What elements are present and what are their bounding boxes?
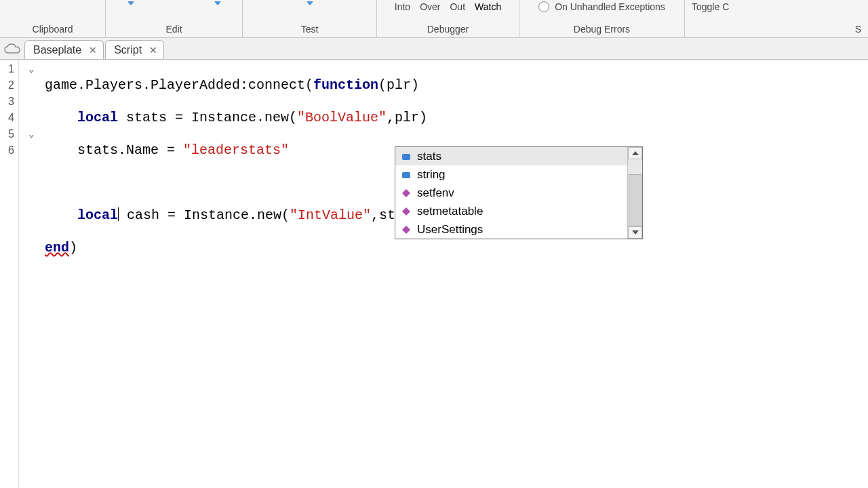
line-number: 6 [0, 142, 14, 159]
line-number: 5 [0, 126, 14, 142]
fold-gutter: ⌄ ⌄ [19, 60, 45, 488]
code-editor[interactable]: 1 2 3 4 5 6 ⌄ ⌄ game.Players.PlayerAdded… [0, 60, 868, 488]
code-string: "IntValue" [290, 207, 371, 223]
code-keyword: function [313, 77, 378, 93]
ribbon-group-edit: Edit [106, 0, 243, 37]
scroll-down-button[interactable] [628, 226, 642, 239]
svg-marker-2 [402, 189, 410, 197]
ribbon-group-clipboard: Clipboard [0, 0, 106, 37]
autocomplete-list: stats string setfenv setmetatable UserSe… [395, 147, 627, 239]
line-number: 3 [0, 94, 14, 110]
code-keyword: local [77, 207, 118, 223]
line-number: 2 [0, 77, 14, 94]
svg-rect-0 [402, 154, 410, 160]
scroll-up-button[interactable] [628, 147, 642, 159]
fold-toggle-icon[interactable]: ⌄ [28, 126, 34, 142]
tab-label: Script [114, 44, 142, 56]
edit-dropdown-icon-2[interactable] [214, 1, 221, 5]
tab-script[interactable]: Script ✕ [105, 40, 164, 59]
function-icon [401, 224, 412, 235]
close-icon[interactable]: ✕ [88, 45, 98, 56]
ribbon-label-edit: Edit [165, 24, 182, 35]
ribbon-label-debugerrors: Debug Errors [574, 24, 630, 35]
debugger-item-over[interactable]: Over [420, 1, 440, 12]
code-text: ,st [371, 207, 395, 223]
svg-marker-3 [402, 207, 410, 216]
ribbon-group-test: Test [243, 0, 377, 37]
ribbon-group-last: Toggle C S [685, 0, 868, 37]
chevron-down-icon [632, 230, 639, 235]
scroll-track[interactable] [628, 159, 642, 226]
debugger-item-watch[interactable]: Watch [475, 1, 501, 12]
variable-icon [401, 151, 412, 162]
code-text: game.Players.PlayerAdded:connect( [45, 77, 313, 93]
autocomplete-label: setmetatable [417, 205, 483, 218]
code-keyword: local [77, 110, 118, 125]
ribbon-label-clipboard: Clipboard [33, 24, 73, 35]
code-keyword: end [45, 240, 69, 256]
autocomplete-item[interactable]: stats [395, 147, 627, 165]
function-icon [401, 188, 412, 199]
autocomplete-popup: stats string setfenv setmetatable UserSe… [395, 146, 643, 239]
ribbon-label-debugger: Debugger [427, 24, 469, 35]
scroll-thumb[interactable] [629, 174, 642, 226]
code-text: stats.Name = [45, 142, 183, 158]
tab-baseplate[interactable]: Baseplate ✕ [24, 40, 104, 59]
ribbon-label-test: Test [301, 24, 319, 35]
code-text: ) [69, 240, 77, 256]
autocomplete-item[interactable]: UserSettings [395, 220, 627, 239]
code-text: ,plr) [387, 110, 427, 125]
cloud-icon [3, 41, 22, 57]
code-string: "leaderstats" [183, 142, 289, 158]
autocomplete-scrollbar[interactable] [627, 147, 642, 239]
svg-rect-1 [402, 172, 410, 178]
line-number: 4 [0, 110, 14, 126]
autocomplete-item[interactable]: setmetatable [395, 202, 627, 220]
edit-dropdown-icon[interactable] [127, 1, 134, 5]
line-number-gutter: 1 2 3 4 5 6 [0, 60, 19, 488]
fold-toggle-icon[interactable]: ⌄ [28, 61, 34, 77]
autocomplete-label: string [417, 168, 446, 182]
text-cursor [118, 207, 119, 221]
ribbon-group-debugerrors: On Unhandled Exceptions Debug Errors [519, 0, 685, 37]
debugger-item-into[interactable]: Into [395, 1, 410, 12]
autocomplete-item[interactable]: string [395, 165, 627, 184]
tab-bar: Baseplate ✕ Script ✕ [0, 38, 868, 60]
ribbon-group-debugger: Into Over Out Watch Debugger [377, 0, 519, 37]
debugger-item-out[interactable]: Out [450, 1, 465, 12]
ribbon-label-last: S [855, 24, 863, 35]
code-text: stats = Instance.new( [118, 110, 297, 125]
autocomplete-label: UserSettings [417, 223, 483, 237]
debugerrors-option[interactable]: On Unhandled Exceptions [555, 1, 665, 12]
ribbon-toolbar: Clipboard Edit Test Into Over Out Watch … [0, 0, 868, 38]
autocomplete-label: stats [417, 150, 441, 163]
toggle-button[interactable]: Toggle C [692, 1, 729, 12]
variable-icon [401, 169, 412, 180]
function-icon [401, 206, 412, 217]
svg-marker-4 [402, 226, 410, 234]
tab-label: Baseplate [33, 44, 81, 56]
close-icon[interactable]: ✕ [149, 45, 158, 56]
code-text: (plr) [378, 77, 419, 93]
autocomplete-label: setfenv [417, 186, 454, 200]
chevron-up-icon [632, 151, 639, 155]
autocomplete-item[interactable]: setfenv [395, 184, 627, 202]
code-area[interactable]: game.Players.PlayerAdded:connect(functio… [45, 60, 427, 488]
test-dropdown-icon[interactable] [307, 1, 313, 5]
code-string: "BoolValue" [297, 110, 387, 125]
line-number: 1 [0, 61, 14, 77]
code-text: cash = Instance.new( [119, 207, 290, 223]
radio-unhandled-exceptions[interactable] [538, 1, 549, 12]
